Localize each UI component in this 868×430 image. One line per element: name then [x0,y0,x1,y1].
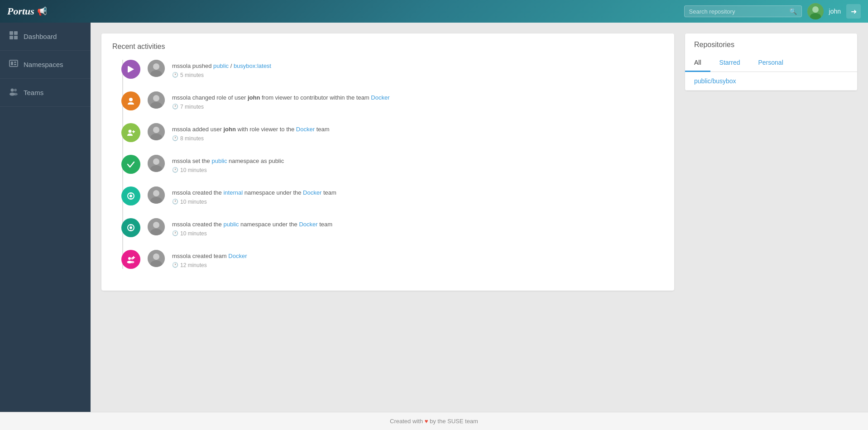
logout-icon: ➜ [851,7,857,16]
activity-icon-3 [121,123,140,142]
svg-point-12 [14,89,17,91]
sidebar: Dashboard Namespaces [0,23,91,412]
activity-avatar-7 [148,250,165,267]
activity-time-text-1: 5 minutes [180,72,204,78]
activity-avatar-1 [148,60,165,77]
clock-icon-4: 🕐 [172,167,178,173]
repositories-panel: Repositories All Starred Personal public… [685,33,857,91]
activity-middle-6: namespace under the [239,221,299,228]
activity-link-6b[interactable]: Docker [299,221,317,228]
activity-time-text-7: 12 minutes [180,262,207,268]
search-input[interactable] [689,8,789,15]
footer: Created with ♥ by the SUSE team [0,412,868,430]
search-box[interactable]: 🔍 [684,5,802,17]
activity-content-6: mssola created the public namespace unde… [172,218,663,237]
activity-time-7: 🕐 12 minutes [172,262,663,268]
repositories-tabs: All Starred Personal [685,54,857,72]
svg-point-45 [153,222,159,228]
activity-link-1a[interactable]: public [213,62,229,69]
app-header: Portus 📢 🔍 john ➜ [0,0,868,23]
activity-time-4: 🕐 10 minutes [172,167,663,173]
activity-link-2[interactable]: Docker [371,94,389,101]
svg-point-34 [129,195,132,197]
sidebar-item-namespaces[interactable]: Namespaces [0,51,91,79]
logo-text: Portus [7,5,34,17]
svg-point-54 [153,253,159,260]
activity-link-4[interactable]: public [211,158,227,164]
svg-point-14 [13,93,18,96]
sidebar-item-dashboard[interactable]: Dashboard [0,23,91,51]
svg-point-42 [130,225,132,226]
activity-link-5a[interactable]: internal [223,189,243,196]
sidebar-item-teams[interactable]: Teams [0,79,91,107]
activity-avatar-5 [148,186,165,204]
clock-icon-5: 🕐 [172,199,178,205]
svg-marker-15 [129,66,134,72]
activity-middle-5: namespace under the [243,189,303,196]
activity-time-1: 🕐 5 minutes [172,72,663,78]
activity-content-3: mssola added user john with role viewer … [172,123,663,142]
search-icon[interactable]: 🔍 [789,8,797,15]
avatar[interactable] [807,3,824,19]
activity-sep-1: / [229,62,234,69]
activity-prefix-5: mssola created the [172,189,223,196]
activity-link-5b[interactable]: Docker [303,189,321,196]
activity-link-3[interactable]: Docker [296,126,315,133]
timeline-item-4: mssola set the public namespace as publi… [121,155,663,174]
footer-text-prefix: Created with [390,418,425,425]
activity-time-5: 🕐 10 minutes [172,199,663,205]
svg-point-22 [153,95,159,101]
activity-text-7: mssola created team Docker [172,252,663,261]
logo[interactable]: Portus 📢 [7,5,47,17]
logo-icon: 📢 [37,6,47,16]
activity-time-2: 🕐 7 minutes [172,104,663,110]
username[interactable]: john [829,8,841,15]
svg-rect-10 [14,64,16,65]
logout-button[interactable]: ➜ [846,4,861,19]
activity-suffix-4: namespace as public [227,158,284,164]
activity-link-1b[interactable]: busybox:latest [234,62,271,69]
activity-middle-2: from viewer to contributor within the te… [260,94,371,101]
activity-time-text-3: 8 minutes [180,135,204,142]
sidebar-item-namespaces-label: Namespaces [24,61,63,68]
clock-icon-1: 🕐 [172,72,178,78]
tab-starred[interactable]: Starred [710,54,749,72]
activity-prefix-4: mssola set the [172,158,211,164]
activity-time-text-5: 10 minutes [180,199,207,205]
svg-point-1 [812,6,819,13]
activity-text-2: mssola changed role of user john from vi… [172,93,663,102]
timeline-item-1: mssola pushed public / busybox:latest 🕐 … [121,60,663,79]
activity-middle-3: with role viewer to the [236,126,296,133]
activity-avatar-3 [148,123,165,140]
timeline-item-2: mssola changed role of user john from vi… [121,91,663,110]
activity-avatar-6 [148,218,165,235]
timeline-item-6: mssola created the public namespace unde… [121,218,663,237]
activities-title: Recent activities [112,43,663,51]
activity-content-7: mssola created team Docker 🕐 12 minutes [172,250,663,268]
svg-rect-5 [10,36,13,39]
tab-all[interactable]: All [685,54,710,72]
activity-content-1: mssola pushed public / busybox:latest 🕐 … [172,60,663,78]
svg-point-18 [153,63,159,70]
svg-point-28 [153,127,159,133]
sidebar-item-dashboard-label: Dashboard [24,33,57,40]
repo-link[interactable]: public/busybox [694,77,736,85]
tab-personal[interactable]: Personal [749,54,792,72]
svg-rect-7 [10,60,18,67]
svg-point-24 [129,130,132,133]
activity-link-6a[interactable]: public [223,221,239,228]
repositories-list: public/busybox [685,72,857,91]
teams-icon [9,87,18,98]
activity-prefix-6: mssola created the [172,221,223,228]
activity-suffix-5: team [321,189,336,196]
activity-icon-4 [121,155,140,174]
activity-time-6: 🕐 10 minutes [172,230,663,237]
activity-time-text-6: 10 minutes [180,230,207,237]
svg-rect-16 [128,66,129,72]
activity-text-6: mssola created the public namespace unde… [172,220,663,229]
activity-icon-7 [121,250,140,269]
svg-point-11 [11,89,14,92]
activity-content-4: mssola set the public namespace as publi… [172,155,663,173]
activity-link-7[interactable]: Docker [228,253,247,259]
svg-point-43 [130,230,132,231]
